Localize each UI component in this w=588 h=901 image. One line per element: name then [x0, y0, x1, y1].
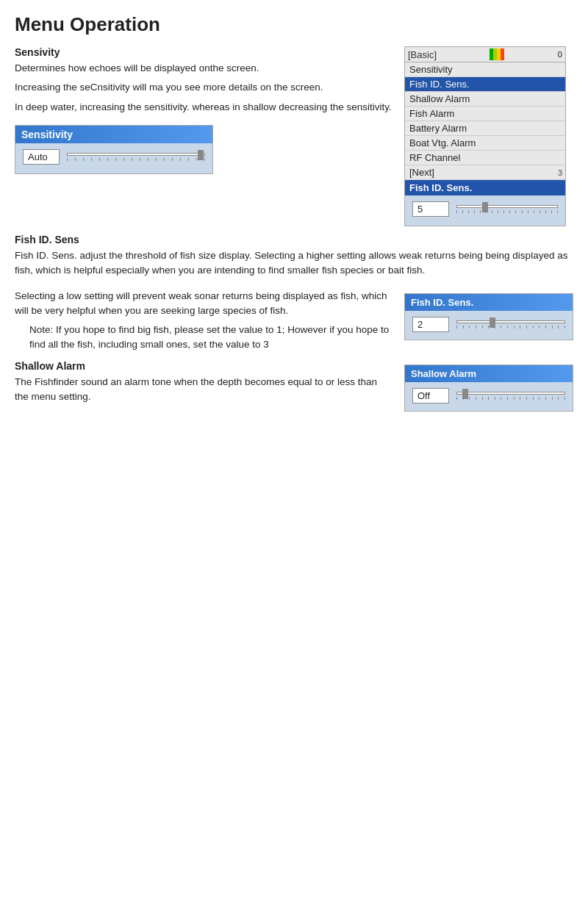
menu-slider-track[interactable] [456, 205, 558, 208]
shallow-alarm-text: The Fishfinder sound an alarm tone when … [15, 375, 392, 405]
menu-slider-track-container [456, 205, 558, 213]
menu-widget: [Basic] 0 Sensitivity Fish ID. Sens. Sha… [404, 46, 566, 226]
menu-item-fish-id-sens[interactable]: Fish ID. Sens. [405, 77, 565, 92]
sensitivity-value: Auto [23, 149, 60, 165]
shallow-alarm-widget: Shallow Alarm Off [404, 365, 573, 412]
menu-widget-bottom-label: Fish ID. Sens. [405, 180, 565, 195]
menu-item-shallow-alarm[interactable]: Shallow Alarm [405, 92, 565, 107]
fish-id-slider-track-container [456, 320, 565, 329]
menu-slider-thumb[interactable] [482, 202, 488, 212]
fish-id-note: Note: If you hope to find big fish, plea… [29, 323, 392, 353]
sensitivity-slider-ticks [67, 158, 205, 161]
sensitivity-heading: Sensivity [15, 46, 392, 58]
shallow-alarm-section: Shallow Alarm The Fishfinder sound an al… [15, 360, 392, 405]
menu-item-rf-channel[interactable]: RF Channel [405, 151, 565, 165]
menu-list-wrapper: Sensitivity Fish ID. Sens. Shallow Alarm… [405, 62, 565, 180]
fish-id-text1: Fish ID. Sens. adjust the threshold of f… [15, 248, 573, 279]
shallow-alarm-widget-body: Off [405, 382, 573, 411]
sensitivity-text2: Increasing the seCnsitivity will ma you … [15, 80, 392, 95]
menu-list: Sensitivity Fish ID. Sens. Shallow Alarm… [405, 62, 565, 180]
menu-item-next[interactable]: [Next] [405, 165, 565, 180]
menu-slider-row: 5 [412, 201, 558, 217]
fish-id-slider-ticks [456, 326, 565, 329]
shallow-alarm-slider-ticks [456, 397, 565, 400]
fish-id-widget: Fish ID. Sens. 2 [404, 293, 573, 340]
color-bar-label: 0 [558, 50, 562, 59]
fish-id-value: 2 [412, 317, 449, 332]
menu-item-boat-vtg-alarm[interactable]: Boat Vtg. Alarm [405, 136, 565, 151]
color-bar [490, 49, 504, 60]
fish-id-section: Fish ID. Sens Fish ID. Sens. adjust the … [15, 234, 573, 279]
sensitivity-slider-track[interactable] [67, 153, 205, 156]
sensitivity-widget-header: Sensitivity [15, 126, 212, 143]
page-title: Menu Operation [15, 13, 573, 36]
fish-id-heading: Fish ID. Sens [15, 234, 573, 245]
fish-id-widget-body: 2 [405, 311, 573, 340]
sensitivity-widget: Sensitivity Auto [15, 125, 213, 174]
sensitivity-text1: Determines how echoes will be displayed … [15, 61, 392, 76]
menu-slider-value: 5 [412, 201, 449, 217]
sensitivity-slider-track-container [67, 153, 205, 161]
menu-header-title: [Basic] [408, 49, 437, 60]
shallow-alarm-slider-track[interactable] [456, 392, 565, 395]
menu-slider-ticks [456, 210, 558, 213]
shallow-alarm-value: Off [412, 388, 449, 403]
fish-id-slider-track[interactable] [456, 320, 565, 323]
fish-id-text2: Selecting a low setting will prevent wea… [15, 289, 392, 319]
menu-header: [Basic] 0 [405, 47, 565, 62]
depth-number: 3 [558, 168, 562, 177]
shallow-alarm-slider-thumb[interactable] [462, 389, 468, 399]
sensitivity-slider-thumb[interactable] [198, 150, 204, 160]
menu-item-sensitivity[interactable]: Sensitivity [405, 62, 565, 77]
fish-id-widget-header: Fish ID. Sens. [405, 294, 573, 311]
shallow-alarm-heading: Shallow Alarm [15, 360, 392, 372]
shallow-alarm-slider-track-container [456, 392, 565, 400]
menu-item-fish-alarm[interactable]: Fish Alarm [405, 107, 565, 121]
shallow-alarm-widget-header: Shallow Alarm [405, 365, 573, 382]
fish-id-slider-thumb[interactable] [490, 317, 495, 328]
menu-item-battery-alarm[interactable]: Battery Alarm [405, 121, 565, 136]
sensitivity-text3: In deep water, increasing the sensitivit… [15, 100, 392, 115]
